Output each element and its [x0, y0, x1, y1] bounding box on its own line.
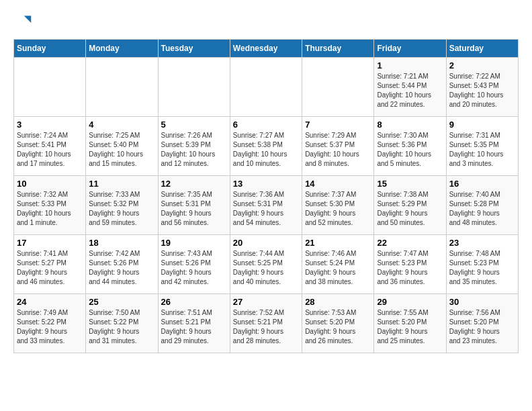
day-number: 19	[161, 238, 227, 248]
calendar-cell	[302, 58, 374, 117]
day-number: 14	[305, 179, 371, 189]
calendar-cell: 25Sunrise: 7:50 AM Sunset: 5:22 PM Dayli…	[86, 294, 158, 353]
day-number: 27	[233, 297, 299, 307]
day-info: Sunrise: 7:38 AM Sunset: 5:29 PM Dayligh…	[377, 190, 443, 228]
day-info: Sunrise: 7:46 AM Sunset: 5:24 PM Dayligh…	[305, 249, 371, 287]
calendar-cell: 9Sunrise: 7:31 AM Sunset: 5:35 PM Daylig…	[446, 117, 518, 176]
day-number: 2	[449, 60, 515, 71]
svg-marker-0	[24, 16, 32, 24]
day-number: 8	[377, 120, 443, 130]
calendar-cell: 14Sunrise: 7:37 AM Sunset: 5:30 PM Dayli…	[302, 176, 374, 235]
day-number: 9	[449, 120, 515, 130]
calendar-cell: 23Sunrise: 7:48 AM Sunset: 5:23 PM Dayli…	[446, 235, 518, 294]
calendar-cell: 29Sunrise: 7:55 AM Sunset: 5:20 PM Dayli…	[374, 294, 446, 353]
logo-icon	[13, 13, 32, 32]
day-number: 25	[89, 297, 154, 307]
day-info: Sunrise: 7:49 AM Sunset: 5:22 PM Dayligh…	[17, 308, 83, 346]
calendar-cell	[86, 58, 158, 117]
calendar-cell: 19Sunrise: 7:43 AM Sunset: 5:26 PM Dayli…	[158, 235, 230, 294]
day-number: 28	[305, 297, 371, 307]
day-info: Sunrise: 7:22 AM Sunset: 5:43 PM Dayligh…	[449, 72, 515, 109]
day-info: Sunrise: 7:30 AM Sunset: 5:36 PM Dayligh…	[377, 131, 443, 169]
calendar-cell: 27Sunrise: 7:52 AM Sunset: 5:21 PM Dayli…	[230, 294, 302, 353]
calendar-cell: 17Sunrise: 7:41 AM Sunset: 5:27 PM Dayli…	[14, 235, 86, 294]
day-number: 23	[449, 238, 515, 248]
day-number: 6	[233, 120, 299, 130]
calendar-cell: 16Sunrise: 7:40 AM Sunset: 5:28 PM Dayli…	[446, 176, 518, 235]
calendar-cell	[230, 58, 302, 117]
week-row-2: 10Sunrise: 7:32 AM Sunset: 5:33 PM Dayli…	[14, 176, 519, 235]
day-info: Sunrise: 7:44 AM Sunset: 5:25 PM Dayligh…	[233, 249, 299, 287]
day-info: Sunrise: 7:53 AM Sunset: 5:20 PM Dayligh…	[305, 308, 371, 346]
day-number: 18	[89, 238, 154, 248]
day-info: Sunrise: 7:47 AM Sunset: 5:23 PM Dayligh…	[377, 249, 443, 287]
calendar-cell: 3Sunrise: 7:24 AM Sunset: 5:41 PM Daylig…	[14, 117, 86, 176]
header-row: SundayMondayTuesdayWednesdayThursdayFrid…	[14, 40, 519, 58]
day-info: Sunrise: 7:50 AM Sunset: 5:22 PM Dayligh…	[89, 308, 154, 346]
day-number: 21	[305, 238, 371, 248]
header-thursday: Thursday	[302, 40, 374, 58]
calendar-cell: 15Sunrise: 7:38 AM Sunset: 5:29 PM Dayli…	[374, 176, 446, 235]
day-info: Sunrise: 7:32 AM Sunset: 5:33 PM Dayligh…	[17, 190, 83, 228]
day-number: 17	[17, 238, 83, 248]
day-number: 11	[89, 179, 154, 189]
day-number: 20	[233, 238, 299, 248]
day-info: Sunrise: 7:51 AM Sunset: 5:21 PM Dayligh…	[161, 308, 227, 346]
page-header	[13, 13, 519, 32]
day-info: Sunrise: 7:25 AM Sunset: 5:40 PM Dayligh…	[89, 131, 154, 169]
calendar-cell: 10Sunrise: 7:32 AM Sunset: 5:33 PM Dayli…	[14, 176, 86, 235]
day-info: Sunrise: 7:31 AM Sunset: 5:35 PM Dayligh…	[449, 131, 515, 169]
calendar-cell: 11Sunrise: 7:33 AM Sunset: 5:32 PM Dayli…	[86, 176, 158, 235]
calendar-cell: 5Sunrise: 7:26 AM Sunset: 5:39 PM Daylig…	[158, 117, 230, 176]
day-number: 1	[377, 60, 443, 71]
day-number: 29	[377, 297, 443, 307]
day-number: 24	[17, 297, 83, 307]
header-wednesday: Wednesday	[230, 40, 302, 58]
calendar-cell: 21Sunrise: 7:46 AM Sunset: 5:24 PM Dayli…	[302, 235, 374, 294]
day-number: 16	[449, 179, 515, 189]
header-sunday: Sunday	[14, 40, 86, 58]
day-info: Sunrise: 7:37 AM Sunset: 5:30 PM Dayligh…	[305, 190, 371, 228]
week-row-3: 17Sunrise: 7:41 AM Sunset: 5:27 PM Dayli…	[14, 235, 519, 294]
header-saturday: Saturday	[446, 40, 518, 58]
day-number: 4	[89, 120, 154, 130]
calendar-cell: 24Sunrise: 7:49 AM Sunset: 5:22 PM Dayli…	[14, 294, 86, 353]
calendar-cell	[14, 58, 86, 117]
day-info: Sunrise: 7:24 AM Sunset: 5:41 PM Dayligh…	[17, 131, 83, 169]
header-monday: Monday	[86, 40, 158, 58]
calendar-cell: 7Sunrise: 7:29 AM Sunset: 5:37 PM Daylig…	[302, 117, 374, 176]
day-info: Sunrise: 7:52 AM Sunset: 5:21 PM Dayligh…	[233, 308, 299, 346]
week-row-4: 24Sunrise: 7:49 AM Sunset: 5:22 PM Dayli…	[14, 294, 519, 353]
week-row-1: 3Sunrise: 7:24 AM Sunset: 5:41 PM Daylig…	[14, 117, 519, 176]
week-row-0: 1Sunrise: 7:21 AM Sunset: 5:44 PM Daylig…	[14, 58, 519, 117]
day-number: 10	[17, 179, 83, 189]
day-info: Sunrise: 7:36 AM Sunset: 5:31 PM Dayligh…	[233, 190, 299, 228]
day-number: 30	[449, 297, 515, 307]
day-number: 3	[17, 120, 83, 130]
day-number: 12	[161, 179, 227, 189]
header-tuesday: Tuesday	[158, 40, 230, 58]
day-number: 15	[377, 179, 443, 189]
calendar-cell: 22Sunrise: 7:47 AM Sunset: 5:23 PM Dayli…	[374, 235, 446, 294]
day-number: 13	[233, 179, 299, 189]
day-info: Sunrise: 7:41 AM Sunset: 5:27 PM Dayligh…	[17, 249, 83, 287]
calendar-cell: 1Sunrise: 7:21 AM Sunset: 5:44 PM Daylig…	[374, 58, 446, 117]
calendar-cell: 4Sunrise: 7:25 AM Sunset: 5:40 PM Daylig…	[86, 117, 158, 176]
day-number: 26	[161, 297, 227, 307]
day-number: 22	[377, 238, 443, 248]
day-info: Sunrise: 7:29 AM Sunset: 5:37 PM Dayligh…	[305, 131, 371, 169]
calendar-cell: 18Sunrise: 7:42 AM Sunset: 5:26 PM Dayli…	[86, 235, 158, 294]
calendar-cell: 12Sunrise: 7:35 AM Sunset: 5:31 PM Dayli…	[158, 176, 230, 235]
day-number: 7	[305, 120, 371, 130]
calendar-cell: 28Sunrise: 7:53 AM Sunset: 5:20 PM Dayli…	[302, 294, 374, 353]
day-number: 5	[161, 120, 227, 130]
logo	[13, 13, 35, 32]
calendar-table: SundayMondayTuesdayWednesdayThursdayFrid…	[13, 39, 519, 353]
day-info: Sunrise: 7:33 AM Sunset: 5:32 PM Dayligh…	[89, 190, 154, 228]
day-info: Sunrise: 7:35 AM Sunset: 5:31 PM Dayligh…	[161, 190, 227, 228]
day-info: Sunrise: 7:56 AM Sunset: 5:20 PM Dayligh…	[449, 308, 515, 346]
day-info: Sunrise: 7:42 AM Sunset: 5:26 PM Dayligh…	[89, 249, 154, 287]
header-friday: Friday	[374, 40, 446, 58]
day-info: Sunrise: 7:26 AM Sunset: 5:39 PM Dayligh…	[161, 131, 227, 169]
day-info: Sunrise: 7:27 AM Sunset: 5:38 PM Dayligh…	[233, 131, 299, 169]
